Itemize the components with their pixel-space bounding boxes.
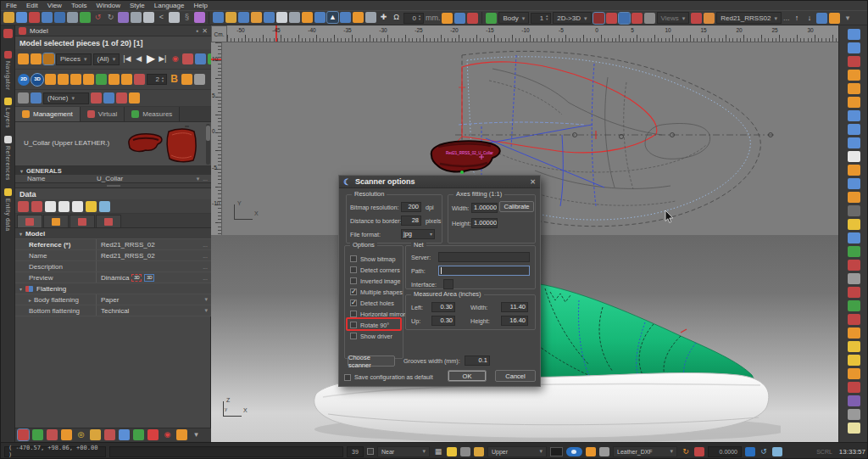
body-select[interactable]: Body — [498, 12, 529, 24]
shoe-status-icon[interactable] — [694, 447, 704, 456]
shoe-red-rail-icon[interactable] — [848, 287, 860, 298]
shoe-3d-icon[interactable] — [619, 13, 630, 24]
eye-blue-icon[interactable] — [195, 53, 206, 64]
checkbox[interactable] — [350, 299, 357, 306]
flat-red-icon[interactable] — [848, 314, 860, 325]
server-field[interactable] — [438, 252, 530, 262]
square-blue-icon[interactable] — [745, 447, 755, 456]
mode-select[interactable]: 2D->3D — [553, 12, 591, 24]
tree-row-description[interactable]: Description ... — [15, 261, 211, 272]
checkbox[interactable] — [350, 277, 357, 284]
dropdown-caret-icon[interactable]: ▾ — [204, 307, 211, 314]
shoe-red2-icon[interactable] — [632, 13, 643, 24]
image-icon[interactable] — [99, 201, 110, 212]
pair-redblue-icon[interactable] — [848, 395, 860, 406]
paste-icon[interactable] — [169, 12, 180, 23]
tree-group-model[interactable]: Model — [15, 228, 211, 239]
cross-red-icon[interactable] — [116, 92, 127, 104]
axes-width-field[interactable]: 1.00000 — [471, 203, 498, 213]
palette3-icon[interactable] — [829, 13, 840, 24]
upper-select[interactable]: Upper — [487, 446, 547, 457]
curve-tool-icon[interactable] — [264, 12, 275, 23]
window-tab-icon[interactable] — [848, 165, 860, 176]
hook-tool-icon[interactable] — [314, 12, 326, 23]
measured-up-field[interactable]: 0.30 — [431, 316, 455, 326]
view-2d-toggle[interactable]: 2D — [18, 74, 30, 86]
pin-tool-icon[interactable] — [194, 12, 205, 23]
box-red-icon[interactable] — [848, 260, 860, 271]
flag-icon[interactable] — [91, 92, 102, 104]
refresh-orange-icon[interactable]: ↻ — [681, 447, 691, 456]
window-blue2-icon[interactable] — [848, 110, 860, 121]
contrast-icon[interactable] — [848, 56, 860, 67]
pin-icon[interactable] — [196, 27, 198, 35]
more-button[interactable]: ... — [203, 264, 211, 270]
nodes-color-icon[interactable] — [31, 92, 42, 104]
piece-list-item[interactable]: U_Collar (Upper LEATHER.) ∞ — [15, 122, 211, 166]
knife-icon[interactable] — [131, 12, 142, 23]
tree-row-body-flattening[interactable]: Body flattening Paper ▾ — [15, 294, 211, 305]
bold-b-icon[interactable]: B — [169, 74, 180, 85]
slope-tool-icon[interactable] — [365, 12, 376, 23]
menu-style[interactable]: Style — [130, 2, 145, 9]
layer-stack-icon[interactable] — [460, 447, 470, 456]
checkbox[interactable] — [350, 288, 357, 295]
model-shoe-icon[interactable] — [18, 429, 29, 440]
tree-row-reference[interactable]: Reference (*) Red21_RRSS_02 ... — [15, 239, 211, 250]
piece-tool2-icon[interactable] — [58, 74, 69, 85]
piece-tool3-icon[interactable] — [70, 74, 81, 85]
copy-icon[interactable] — [143, 12, 154, 23]
window-orange2-icon[interactable] — [848, 83, 860, 94]
data-tab-2[interactable] — [43, 215, 69, 227]
validate-icon[interactable] — [80, 12, 91, 23]
piece-count-spinner[interactable]: 2 — [147, 74, 167, 85]
shoe-red-icon[interactable] — [606, 13, 617, 24]
tag-yellow-icon[interactable] — [86, 201, 97, 212]
wand-icon[interactable] — [276, 12, 287, 23]
piece-green-icon[interactable] — [96, 74, 107, 85]
piece-tool4-icon[interactable] — [83, 74, 94, 85]
doc-copy-icon[interactable] — [72, 201, 83, 212]
save-default-option[interactable]: Save configuration as default — [344, 373, 433, 381]
open-file-icon[interactable] — [3, 12, 14, 23]
sync-icon[interactable]: ↺ — [759, 447, 769, 456]
last-orange-icon[interactable] — [848, 368, 860, 379]
omega-tool-icon[interactable]: Ω — [391, 12, 402, 23]
first-piece-icon[interactable]: |◀ — [121, 53, 132, 64]
piece-tool1-icon[interactable] — [45, 74, 56, 85]
camera-red-icon[interactable]: ◉ — [162, 429, 173, 440]
sidetab-references[interactable]: References — [4, 136, 12, 181]
window-grid-icon[interactable] — [848, 42, 860, 53]
pieces-select[interactable]: Pieces — [56, 53, 92, 65]
menu-tools[interactable]: Tools — [71, 2, 87, 9]
next-piece-icon[interactable]: ▶ — [145, 53, 156, 64]
doc-add-icon[interactable] — [58, 201, 70, 212]
undo-icon[interactable]: ↺ — [92, 12, 103, 23]
mirror-tool-icon[interactable] — [225, 12, 236, 23]
arc-tool-icon[interactable] — [340, 12, 351, 23]
data-tab-3[interactable] — [70, 215, 95, 227]
grid-pieces-icon[interactable] — [18, 53, 29, 64]
piece-tool5-icon[interactable] — [108, 74, 120, 85]
coin-yellow-icon[interactable] — [848, 355, 860, 366]
menu-edit[interactable]: Edit — [26, 2, 38, 9]
tree-row-preview[interactable]: Preview Dinámica 3D 3D ... — [15, 272, 211, 283]
choose-scanner-button[interactable]: Choose scanner — [348, 355, 395, 367]
target-icon[interactable]: ◉ — [170, 53, 181, 64]
pan-hand-icon[interactable] — [54, 12, 65, 23]
checkbox[interactable] — [350, 322, 357, 328]
clipboard-icon[interactable] — [848, 192, 860, 203]
ramp-icon[interactable] — [772, 447, 782, 456]
green-brush-icon[interactable] — [486, 13, 497, 24]
layer-yellow-icon[interactable] — [447, 447, 457, 456]
redo-icon[interactable]: ↻ — [105, 12, 116, 23]
piece-flat-red-icon[interactable] — [47, 429, 58, 440]
pieces-red-icon[interactable] — [104, 429, 115, 440]
arrow-up-icon[interactable]: ↑ — [791, 13, 802, 24]
last-piece-icon[interactable]: ▶| — [157, 53, 168, 64]
data-tab-4[interactable] — [96, 215, 121, 227]
last-icon[interactable] — [90, 429, 101, 440]
prev-piece-icon[interactable]: ◀ — [133, 53, 144, 64]
menu-language[interactable]: Language — [154, 2, 185, 9]
color-swatch[interactable] — [550, 447, 563, 456]
